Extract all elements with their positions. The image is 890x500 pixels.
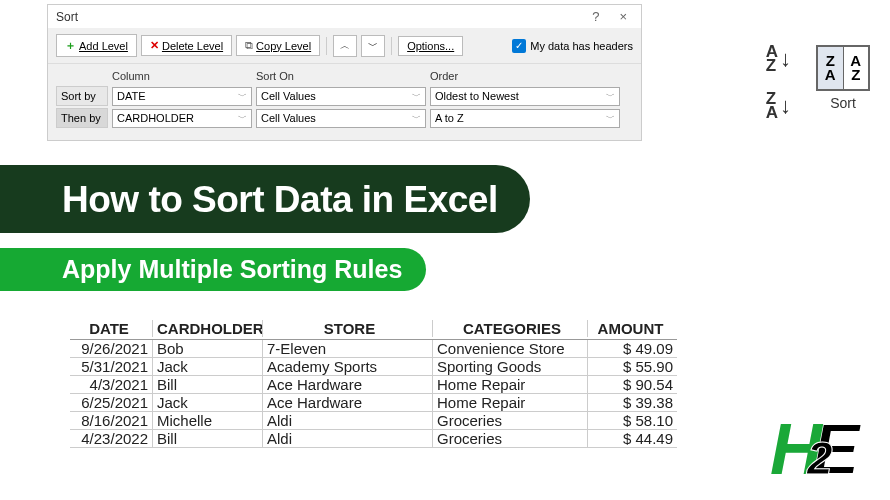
dialog-titlebar: Sort ? ×: [48, 5, 641, 28]
x-icon: ✕: [150, 39, 159, 52]
column-header: Column: [112, 70, 252, 82]
row-label: Then by: [56, 108, 108, 128]
order-header: Order: [430, 70, 620, 82]
table-row: 6/25/2021JackAce HardwareHome Repair$ 39…: [70, 394, 677, 412]
col-amount: AMOUNT: [587, 320, 677, 337]
chevron-down-icon: ﹀: [238, 90, 247, 103]
chevron-down-icon: ﹀: [412, 112, 421, 125]
headers-checkbox-wrap[interactable]: ✓ My data has headers: [512, 39, 633, 53]
sort-asc-button[interactable]: AZ ↓: [766, 45, 791, 74]
help-icon[interactable]: ?: [586, 9, 605, 24]
move-down-button[interactable]: ﹀: [361, 35, 385, 57]
delete-level-button[interactable]: ✕Delete Level: [141, 35, 232, 56]
headers-label: My data has headers: [530, 40, 633, 52]
chevron-down-icon: ﹀: [238, 112, 247, 125]
table-row: 5/31/2021JackAcademy SportsSporting Good…: [70, 358, 677, 376]
col-date: DATE: [70, 320, 152, 337]
column-select[interactable]: DATE﹀: [112, 87, 252, 106]
order-select[interactable]: A to Z﹀: [430, 109, 620, 128]
table-row: 4/23/2022BillAldiGroceries$ 44.49: [70, 430, 677, 448]
subtitle-banner: Apply Multiple Sorting Rules: [0, 248, 426, 291]
h2e-logo: H2E: [770, 408, 860, 490]
sort-rule-row: Then by CARDHOLDER﹀ Cell Values﹀ A to Z﹀: [56, 108, 633, 128]
title-banner: How to Sort Data in Excel: [0, 165, 530, 233]
dialog-toolbar: ＋Add Level ✕Delete Level ⧉Copy Level ︿ ﹀…: [48, 28, 641, 64]
down-arrow-icon: ↓: [780, 46, 791, 72]
table-header-row: DATE CARDHOLDER STORE CATEGORIES AMOUNT: [70, 320, 677, 340]
close-icon[interactable]: ×: [613, 9, 633, 24]
banner-subtitle: Apply Multiple Sorting Rules: [62, 255, 402, 284]
column-select[interactable]: CARDHOLDER﹀: [112, 109, 252, 128]
row-label: Sort by: [56, 86, 108, 106]
chevron-down-icon: ﹀: [412, 90, 421, 103]
sort-dialog: Sort ? × ＋Add Level ✕Delete Level ⧉Copy …: [47, 4, 642, 141]
custom-sort-button[interactable]: ZA AZ Sort: [816, 45, 870, 111]
table-row: 4/3/2021BillAce HardwareHome Repair$ 90.…: [70, 376, 677, 394]
sort-rules-grid: Column Sort On Order Sort by DATE﹀ Cell …: [48, 64, 641, 140]
col-categories: CATEGORIES: [432, 320, 587, 337]
plus-icon: ＋: [65, 38, 76, 53]
order-select[interactable]: Oldest to Newest﹀: [430, 87, 620, 106]
move-up-button[interactable]: ︿: [333, 35, 357, 57]
checkbox-icon: ✓: [512, 39, 526, 53]
down-arrow-icon: ↓: [780, 93, 791, 119]
data-table: DATE CARDHOLDER STORE CATEGORIES AMOUNT …: [70, 320, 677, 448]
sort-rule-row: Sort by DATE﹀ Cell Values﹀ Oldest to New…: [56, 86, 633, 106]
sorton-select[interactable]: Cell Values﹀: [256, 87, 426, 106]
col-cardholder: CARDHOLDER: [152, 320, 262, 337]
sorton-header: Sort On: [256, 70, 426, 82]
copy-level-button[interactable]: ⧉Copy Level: [236, 35, 320, 56]
dialog-title: Sort: [56, 10, 78, 24]
table-row: 8/16/2021MichelleAldiGroceries$ 58.10: [70, 412, 677, 430]
sorton-select[interactable]: Cell Values﹀: [256, 109, 426, 128]
col-store: STORE: [262, 320, 432, 337]
options-button[interactable]: Options...: [398, 36, 463, 56]
add-level-button[interactable]: ＋Add Level: [56, 34, 137, 57]
chevron-down-icon: ﹀: [606, 112, 615, 125]
sort-label: Sort: [830, 95, 856, 111]
copy-icon: ⧉: [245, 39, 253, 52]
chevron-down-icon: ﹀: [606, 90, 615, 103]
ribbon-sort-icons: AZ ↓ ZA ↓ ZA AZ Sort: [766, 45, 870, 121]
sort-desc-button[interactable]: ZA ↓: [766, 92, 791, 121]
table-row: 9/26/2021Bob7-ElevenConvenience Store$ 4…: [70, 340, 677, 358]
banner-title: How to Sort Data in Excel: [62, 179, 498, 221]
